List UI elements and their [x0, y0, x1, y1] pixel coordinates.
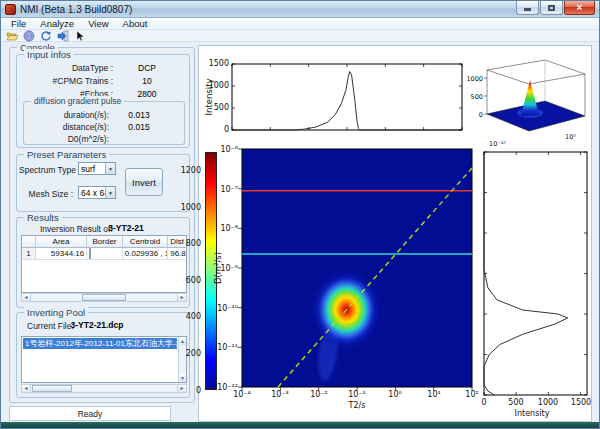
pool-hscrollbar[interactable]: ◄ ►	[21, 384, 187, 393]
current-file-value: 3-YT2-21.dcp	[57, 320, 137, 330]
pool-listbox[interactable]: 1号岩样-2012年-2012-11-01东北石油大学-3-YT2-21 ▲ ▼	[21, 336, 187, 383]
table-row[interactable]: 1 59344.16 0.029936 , 1... 96.83	[22, 248, 186, 260]
minimize-button[interactable]	[516, 1, 539, 15]
border-cell	[87, 248, 123, 260]
inversion-result-value: 3-YT2-21	[98, 223, 154, 233]
z-tick-label: 0	[479, 111, 483, 119]
figure-panel: 1500 1000 500 0 Intensity	[198, 45, 592, 422]
bottom-strip	[1, 422, 599, 429]
import-button[interactable]	[57, 30, 69, 42]
window-title: NMI (Beta 1.3 Build0807)	[20, 4, 132, 15]
mesh-size-value: 64 x 64 (...	[79, 187, 105, 198]
heatmap-background	[242, 149, 472, 387]
border-header[interactable]: Border	[87, 236, 123, 248]
x-tick-label: 500	[501, 398, 531, 407]
surface-3d-plot: 1000 500 0 10⁻¹⁰ 10⁰	[467, 56, 592, 151]
echos-value: 2800	[117, 89, 177, 99]
refresh-icon	[40, 30, 52, 42]
duration-label: duration(/s):	[26, 110, 109, 120]
diffusion-group: diffusion gradient pulse duration(/s): 0…	[23, 101, 185, 145]
d-t2-map	[242, 149, 472, 387]
x-tick-label: 0	[469, 398, 499, 407]
border-checkbox[interactable]	[89, 248, 91, 259]
cpmg-trains-value: 10	[117, 76, 177, 86]
pointer-button[interactable]	[74, 30, 86, 42]
area-cell: 59344.16	[36, 248, 87, 260]
colorbar-tick-label: 1200	[173, 166, 201, 175]
preset-parameters-title: Preset Parameters	[24, 149, 109, 160]
distance-label: distance(/s):	[26, 122, 109, 132]
preset-parameters-group: Preset Parameters Spectrum Type : surf ▼…	[16, 154, 190, 212]
scroll-up-arrow[interactable]: ▲	[179, 337, 186, 345]
app-icon	[5, 4, 16, 15]
menu-analyze[interactable]: Analyze	[33, 18, 81, 29]
duration-value: 0.013	[109, 110, 169, 120]
scroll-down-arrow[interactable]: ▼	[179, 374, 186, 382]
titlebar[interactable]: NMI (Beta 1.3 Build0807) ×	[1, 1, 599, 18]
import-icon	[57, 30, 69, 42]
x-tick-label: 1000	[533, 398, 563, 407]
open-file-button[interactable]	[6, 30, 18, 42]
toolbar	[1, 30, 599, 42]
scrollbar-thumb[interactable]	[32, 385, 72, 392]
menubar: File Analyze View About	[1, 18, 599, 30]
chevron-down-icon[interactable]: ▼	[105, 163, 115, 174]
scroll-right-arrow[interactable]: ►	[177, 294, 186, 301]
inverting-pool-title: Inverting Pool	[24, 307, 88, 318]
pool-vscrollbar[interactable]: ▲ ▼	[178, 337, 186, 382]
maximize-button[interactable]	[540, 1, 563, 15]
maximize-icon	[548, 5, 555, 11]
chevron-down-icon[interactable]: ▼	[105, 187, 115, 198]
menu-view[interactable]: View	[81, 18, 115, 29]
y-tick-label: 10⁻⁶	[204, 145, 238, 154]
y-tick-label: 10⁻⁷	[204, 185, 238, 194]
results-hscrollbar[interactable]: ◄ ►	[21, 293, 187, 302]
results-group: Results Inversion Result of: 3-YT2-21 Ar…	[16, 217, 190, 308]
results-table: Area Border Centroid Dist 1 59344.16 0.0…	[21, 235, 187, 293]
y-tick-label: 10⁻¹⁰	[204, 304, 238, 313]
results-title: Results	[24, 212, 62, 223]
input-infos-group: Input infos DataType : DCP #CPMG Trains …	[16, 54, 190, 148]
dist-cell: 96.83	[168, 248, 186, 260]
d-intensity-plot	[484, 152, 587, 395]
row-number: 1	[22, 248, 36, 260]
d0-label: D0(m^2/s):	[26, 134, 109, 144]
spectrum-type-select[interactable]: surf ▼	[78, 162, 116, 175]
inverting-pool-group: Inverting Pool Current File: 3-YT2-21.dc…	[16, 312, 190, 398]
area-header[interactable]: Area	[36, 236, 87, 248]
spectrum-type-value: surf	[79, 163, 105, 174]
app-window: NMI (Beta 1.3 Build0807) × File Analyze …	[0, 0, 600, 429]
centroid-cell: 0.029936 , 1...	[123, 248, 168, 260]
z-tick-label: 1000	[466, 75, 483, 83]
spectrum-type-label: Spectrum Type :	[19, 165, 73, 175]
x-tick-label: 10⁰	[565, 133, 576, 141]
y-tick-label: 10⁻⁸	[204, 224, 238, 233]
x-tick-label: 10⁻²	[304, 390, 334, 399]
table-header-row: Area Border Centroid Dist	[22, 236, 186, 248]
centroid-header[interactable]: Centroid	[123, 236, 168, 248]
scroll-left-arrow[interactable]: ◄	[22, 385, 31, 392]
console-panel: Console Input infos DataType : DCP #CPMG…	[9, 47, 195, 403]
colorbar-tick-label: 400	[173, 312, 201, 321]
refresh-button[interactable]	[40, 30, 52, 42]
y-tick-label: 1500	[201, 59, 229, 68]
x-tick-label: 10⁻¹	[342, 390, 372, 399]
datatype-value: DCP	[117, 63, 177, 73]
y-tick-label: 10⁻¹¹	[204, 343, 238, 352]
x-axis-label: T2/s	[327, 401, 387, 410]
colorbar-tick-label: 1000	[173, 203, 201, 212]
close-button[interactable]: ×	[564, 1, 595, 15]
invert-button[interactable]: Invert	[125, 168, 163, 196]
menu-file[interactable]: File	[4, 18, 33, 29]
scroll-left-arrow[interactable]: ◄	[22, 294, 31, 301]
distance-value: 0.015	[109, 122, 169, 132]
cursor-icon	[74, 30, 86, 42]
scrollbar-thumb[interactable]	[82, 294, 126, 301]
colorbar-tick-label: 0	[173, 386, 201, 395]
mesh-size-select[interactable]: 64 x 64 (... ▼	[78, 186, 116, 199]
x-tick-label: 10¹	[419, 390, 449, 399]
menu-about[interactable]: About	[116, 18, 155, 29]
pool-list-item-selected[interactable]: 1号岩样-2012年-2012-11-01东北石油大学-3-YT2-21	[23, 338, 177, 349]
workspace-button[interactable]	[23, 30, 35, 42]
box-top	[487, 60, 585, 84]
